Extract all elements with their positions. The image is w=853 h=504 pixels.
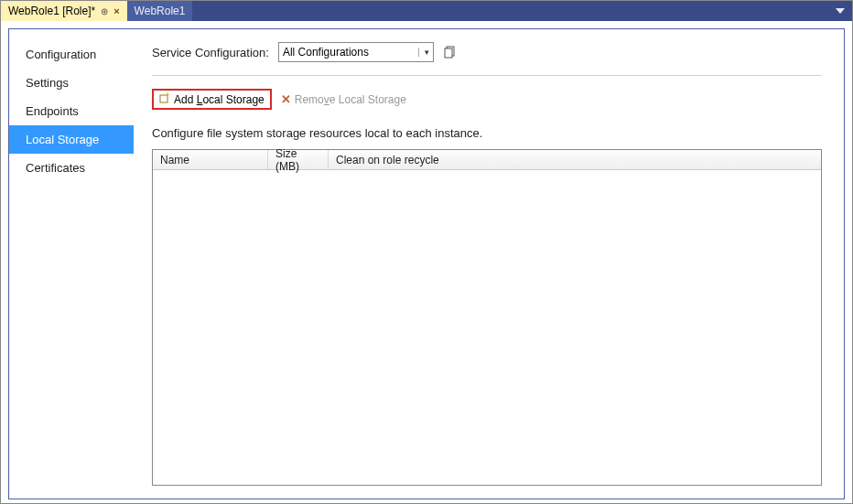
content-frame: Configuration Settings Endpoints Local S…: [8, 28, 845, 499]
tab-bar: WebRole1 [Role]* ⊕ × WebRole1: [1, 1, 852, 21]
sidebar: Configuration Settings Endpoints Local S…: [9, 29, 134, 499]
sidebar-item-settings[interactable]: Settings: [9, 69, 134, 97]
pin-icon[interactable]: ⊕: [101, 6, 108, 16]
chevron-down-icon: [836, 8, 845, 14]
sidebar-item-label: Endpoints: [26, 104, 79, 118]
local-storage-grid[interactable]: Name Size (MB) Clean on role recycle: [152, 149, 822, 486]
service-configuration-select[interactable]: All Configurations ▾: [278, 42, 434, 62]
sidebar-item-label: Configuration: [26, 48, 96, 61]
column-label: Size (MB): [275, 147, 320, 173]
add-icon: [159, 92, 170, 106]
toolbar: Add Local Storage ✕ Remove Local Storage: [152, 89, 822, 110]
remove-button-label: Remove Local Storage: [295, 93, 406, 106]
chevron-down-icon: ▾: [418, 48, 429, 57]
sidebar-item-label: Local Storage: [26, 133, 99, 146]
close-icon[interactable]: ×: [113, 5, 119, 16]
copy-icon: [444, 46, 457, 59]
sidebar-item-certificates[interactable]: Certificates: [9, 154, 134, 182]
manage-configurations-button[interactable]: [443, 45, 458, 59]
svg-rect-1: [445, 48, 452, 58]
sidebar-item-label: Settings: [26, 76, 69, 90]
sidebar-item-endpoints[interactable]: Endpoints: [9, 97, 134, 125]
sidebar-item-label: Certificates: [26, 161, 85, 175]
select-value: All Configurations: [283, 46, 369, 59]
column-header-size[interactable]: Size (MB): [268, 150, 329, 169]
delete-icon: ✕: [281, 92, 291, 106]
column-label: Clean on role recycle: [336, 154, 439, 166]
remove-local-storage-button: ✕ Remove Local Storage: [281, 92, 406, 106]
sidebar-item-configuration[interactable]: Configuration: [9, 40, 134, 69]
tab-label: WebRole1 [Role]*: [8, 5, 95, 17]
description-text: Configure file system storage resources …: [152, 126, 822, 140]
grid-header: Name Size (MB) Clean on role recycle: [153, 150, 821, 170]
tabbar-dropdown[interactable]: [828, 1, 852, 21]
tab-webrole1-role[interactable]: WebRole1 [Role]* ⊕ ×: [1, 1, 127, 21]
tabbar-spacer: [192, 1, 828, 21]
main-panel: Service Configuration: All Configuration…: [134, 29, 844, 499]
column-header-name[interactable]: Name: [153, 150, 268, 169]
service-configuration-row: Service Configuration: All Configuration…: [152, 42, 822, 76]
svg-rect-2: [160, 95, 167, 102]
service-configuration-label: Service Configuration:: [152, 46, 269, 59]
tab-webrole1[interactable]: WebRole1: [127, 1, 193, 21]
add-local-storage-button[interactable]: Add Local Storage: [152, 89, 272, 110]
column-header-clean[interactable]: Clean on role recycle: [329, 150, 821, 169]
sidebar-item-local-storage[interactable]: Local Storage: [9, 125, 134, 154]
add-button-label: Add Local Storage: [174, 93, 265, 106]
tab-label: WebRole1: [135, 5, 186, 17]
column-label: Name: [160, 154, 189, 166]
